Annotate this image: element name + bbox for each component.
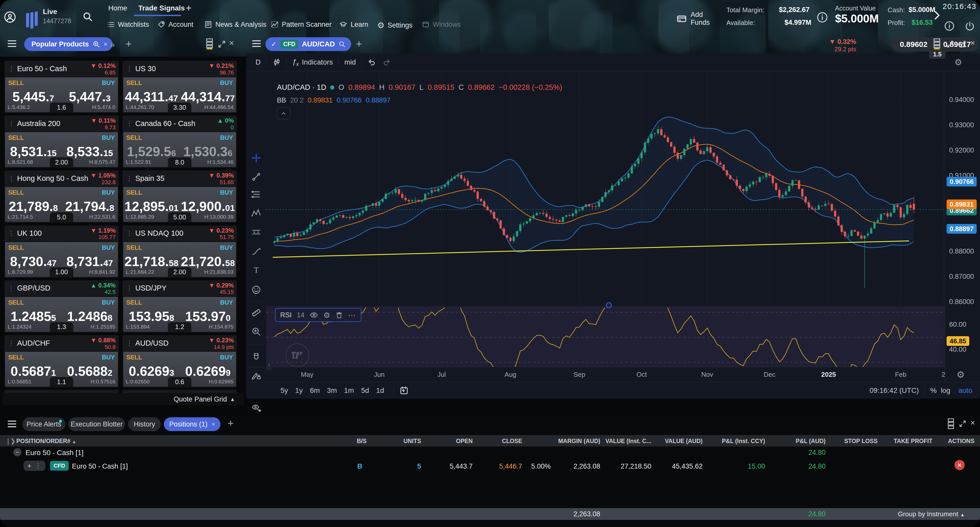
bottom-panel-menu-button[interactable]: [8, 421, 16, 427]
expand-tabs-button[interactable]: »: [110, 40, 115, 49]
log-scale-button[interactable]: log: [941, 386, 950, 395]
expand-stats-button[interactable]: [933, 10, 941, 21]
chart-close-button[interactable]: ×: [970, 38, 975, 48]
chart-sell-price[interactable]: 0.89602: [892, 40, 935, 49]
platform-info-button[interactable]: [944, 21, 955, 31]
drag-handle-icon[interactable]: ⋮: [8, 175, 14, 183]
quote-tile[interactable]: ⋮Spain 35▼ 0.39%51.65SELL12,895.01L:12,8…: [123, 170, 237, 223]
bottom-close-button[interactable]: ×: [970, 418, 975, 427]
menu-pattern-scanner[interactable]: Pattern Scanner: [270, 21, 331, 29]
tile-header[interactable]: ⋮AUD/USD▼ 0.23%14.9 pts: [123, 335, 237, 351]
fib-tool[interactable]: [251, 189, 261, 200]
tab-price-alerts[interactable]: Price Alerts: [22, 417, 65, 431]
col-close[interactable]: CLOSE: [502, 438, 522, 444]
pattern-tool[interactable]: [251, 208, 261, 218]
add-chart-button[interactable]: +: [356, 38, 362, 50]
col-units[interactable]: UNITS: [404, 438, 421, 444]
account-info-button[interactable]: [817, 12, 828, 23]
chart-popout-button[interactable]: [958, 40, 967, 48]
position-tool[interactable]: [251, 227, 261, 237]
menu-learn[interactable]: Learn: [339, 21, 368, 29]
quote-layout-button[interactable]: [206, 38, 213, 50]
tab-execution-blotter[interactable]: Execution Blotter: [68, 417, 125, 431]
col-margin[interactable]: MARGIN (AUD): [558, 438, 600, 444]
eye-icon[interactable]: [310, 311, 318, 319]
range-3m[interactable]: 3m: [327, 386, 337, 395]
magnet-tool[interactable]: [251, 352, 261, 363]
drag-handle-icon[interactable]: ⋮: [126, 65, 133, 73]
rsi-settings-icon[interactable]: ⚙: [323, 311, 330, 320]
trendline-tool[interactable]: [251, 171, 261, 182]
menu-watchlists[interactable]: Watchlists: [107, 21, 149, 29]
quote-panel-menu-button[interactable]: [8, 40, 16, 47]
group-instrument-name[interactable]: Euro 50 - Cash [1]: [25, 449, 83, 457]
drag-handle-icon[interactable]: ⋮: [8, 120, 14, 127]
axis-settings-icon[interactable]: ⚙: [956, 369, 965, 380]
col-bs[interactable]: B/S: [357, 438, 366, 444]
chart-expand-button[interactable]: [946, 40, 955, 48]
quote-tile[interactable]: ⋮Canada 60 - Cash▲ 0%0SELL1,529.56L:1,52…: [123, 116, 237, 168]
chart-layout-button[interactable]: [933, 38, 941, 50]
range-5d[interactable]: 5d: [361, 386, 369, 395]
quote-tile[interactable]: ⋮UK 100▼ 1.19%105.77SELL8,730.47L:8,729.…: [4, 225, 119, 278]
redo-button[interactable]: [382, 58, 391, 67]
brush-tool[interactable]: [251, 246, 261, 256]
tab-trade-signals[interactable]: Trade Signals: [138, 4, 185, 12]
user-avatar[interactable]: [4, 11, 16, 23]
interval-button[interactable]: D: [256, 58, 261, 66]
range-6m[interactable]: 6m: [310, 386, 320, 395]
drag-handle-icon[interactable]: ⋮: [126, 175, 133, 183]
drag-handle-icon[interactable]: ⋮: [126, 339, 133, 347]
quote-tile[interactable]: ⋮AUD/CHF▼ 0.88%50.8SELL0.56871L:0.56851B…: [4, 335, 119, 387]
position-row-controls[interactable]: +⋮: [24, 461, 45, 471]
close-position-button[interactable]: ×: [955, 460, 965, 470]
crosshair-tool[interactable]: [251, 153, 261, 163]
drag-handle-icon[interactable]: ⋮: [126, 229, 133, 237]
trash-icon[interactable]: [335, 311, 343, 319]
tile-header[interactable]: ⋮USD/JPY▼ 0.29%45.15: [123, 280, 237, 296]
add-watchlist-button[interactable]: +: [126, 38, 131, 50]
col-value-aud[interactable]: VALUE (AUD): [665, 438, 703, 444]
quote-tile[interactable]: ⋮US NDAQ 100▼ 0.23%51.75SELL21,718.58L:2…: [123, 225, 237, 278]
app-logo[interactable]: [26, 11, 38, 30]
quote-tile[interactable]: ⋮Australia 200▼ 0.11%9.73SELL8,531.15L:8…: [4, 116, 119, 168]
quote-tile[interactable]: ⋮AUD/USD▼ 0.23%14.9 ptsSELL0.62693L:0.62…: [123, 335, 237, 387]
menu-news-analysis[interactable]: News & Analysis: [204, 21, 266, 29]
expand-columns-icon[interactable]: ❘❯: [6, 438, 16, 444]
hide-drawings-tool[interactable]: [251, 403, 261, 413]
percent-scale-button[interactable]: %: [930, 386, 937, 395]
col-stop-loss[interactable]: STOP LOSS: [844, 438, 878, 444]
zoom-tool[interactable]: [251, 327, 261, 337]
kebab-icon[interactable]: ⋮: [35, 462, 41, 470]
tile-header[interactable]: ⋮UK 100▼ 1.19%105.77: [4, 225, 119, 241]
collapse-group-button[interactable]: −: [13, 448, 21, 456]
drag-handle-icon[interactable]: ⋮: [8, 284, 14, 292]
legend-collapse-button[interactable]: [277, 108, 290, 119]
range-1y[interactable]: 1y: [295, 386, 303, 395]
tile-header[interactable]: ⋮Hong Kong 50 - Cash▼ 1.05%232.8: [4, 170, 119, 186]
tile-header[interactable]: ⋮AUD/CHF▼ 0.88%50.8: [4, 335, 119, 351]
more-options-icon[interactable]: ⋯: [348, 311, 356, 320]
quote-expand-button[interactable]: [218, 40, 226, 48]
tile-header[interactable]: ⋮Euro 50 - Cash▼ 0.12%6.85: [4, 61, 119, 76]
col-pnl-aud[interactable]: P&L (AUD): [796, 438, 826, 444]
tile-header[interactable]: ⋮US 30▼ 0.21%96.76: [123, 61, 237, 76]
tile-header[interactable]: ⋮GBP/USD▲ 0.34%42.5: [4, 280, 119, 296]
quote-panel-grid-toggle[interactable]: Quote Panel Grid ▲: [3, 393, 244, 405]
tile-header[interactable]: ⋮Spain 35▼ 0.39%51.65: [123, 170, 237, 186]
drag-handle-icon[interactable]: ⋮: [8, 229, 14, 237]
logout-button[interactable]: [965, 21, 975, 31]
tile-header[interactable]: ⋮Canada 60 - Cash▲ 0%0: [123, 116, 237, 131]
tab-positions[interactable]: Positions (1) ×: [164, 417, 221, 431]
tile-header[interactable]: ⋮Australia 200▼ 0.11%9.73: [4, 116, 119, 131]
auto-scale-button[interactable]: auto: [959, 386, 973, 395]
drag-handle-icon[interactable]: ⋮: [126, 120, 133, 127]
col-value-inst[interactable]: VALUE (Inst. C...: [605, 438, 651, 444]
price-source-button[interactable]: mid: [344, 58, 356, 66]
tab-history[interactable]: History: [128, 417, 161, 431]
menu-account[interactable]: Account: [157, 21, 193, 29]
rsi-indicator-header[interactable]: RSI 14 ⚙ ⋯: [275, 308, 361, 322]
bottom-expand-button[interactable]: [959, 420, 967, 428]
chart-clock[interactable]: 09:16:42 (UTC): [870, 386, 919, 395]
quote-tile[interactable]: ⋮Euro 50 - Cash▼ 0.12%6.85SELL5,445.7L:5…: [4, 61, 119, 113]
